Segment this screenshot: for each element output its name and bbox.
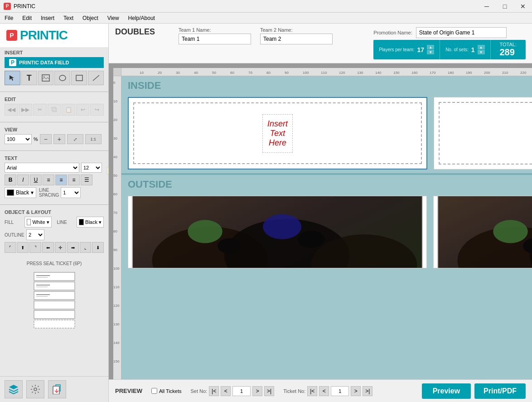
set-next-btn[interactable]: > <box>252 386 262 396</box>
ticket-no-label: Ticket No: <box>283 388 305 394</box>
text-tool[interactable]: T <box>21 71 37 85</box>
fill-color-select[interactable]: White ▾ <box>24 217 52 228</box>
promo-input[interactable] <box>416 27 507 38</box>
set-prev-btn[interactable]: < <box>221 386 231 396</box>
align-ml-btn[interactable]: ⬅ <box>42 242 54 253</box>
team2-label: Team 2 Name: <box>260 27 333 33</box>
design-canvas[interactable]: INSIDE Insert Text Here <box>121 76 532 379</box>
sets-down-btn[interactable]: ▼ <box>478 50 485 54</box>
print-button[interactable]: Print/PDF <box>474 383 526 399</box>
inside-left-text[interactable]: Insert Text Here <box>262 114 293 153</box>
top-header: DOUBLES Team 1 Name: Team 2 Name: Promot… <box>109 24 532 63</box>
align-tc-btn[interactable]: ⬆ <box>17 242 29 253</box>
menu-text[interactable]: Text <box>59 13 78 23</box>
ticket-prev-btn[interactable]: < <box>319 386 329 396</box>
menu-object[interactable]: Object <box>78 13 103 23</box>
rect-tool[interactable] <box>71 71 87 85</box>
align-mc-btn[interactable]: ✛ <box>55 242 67 253</box>
redo-next-btn[interactable]: ▶▶ <box>19 104 33 116</box>
preview-button[interactable]: Preview <box>422 383 471 399</box>
redo-btn[interactable]: ↪ <box>90 104 104 116</box>
ruler-tick-20: 20 <box>158 71 176 75</box>
actual-size-btn[interactable]: 1:1 <box>85 134 102 144</box>
export-btn[interactable] <box>48 380 66 398</box>
undo-prev-btn[interactable]: ◀◀ <box>5 104 18 116</box>
close-button[interactable]: ✕ <box>514 0 532 13</box>
menu-view[interactable]: View <box>103 13 124 23</box>
line-color-select[interactable]: Black ▾ <box>77 217 104 228</box>
cursor-tool[interactable] <box>5 71 20 85</box>
outline-label: OUTLINE <box>5 232 23 237</box>
minimize-button[interactable]: ─ <box>478 0 496 13</box>
ruler-tick-180: 180 <box>448 71 466 75</box>
align-right-btn[interactable]: ≡ <box>68 174 80 185</box>
size-select[interactable]: 128101416 <box>81 163 102 173</box>
paste-btn[interactable]: 📋 <box>62 104 75 116</box>
underline-btn[interactable]: U <box>30 174 42 185</box>
text-color-arrow: ▾ <box>31 189 34 196</box>
ticket-last-btn[interactable]: >| <box>363 386 372 396</box>
outside-ticket-right[interactable] <box>433 196 532 268</box>
line-spacing-select[interactable]: 11.52 <box>61 187 81 198</box>
image-tool[interactable] <box>38 71 54 85</box>
align-bl-btn[interactable]: ⌞ <box>80 242 92 253</box>
rv-20: 20 <box>113 118 121 122</box>
text-color-select[interactable]: Black ▾ <box>5 187 36 198</box>
align-center-btn[interactable]: ≡ <box>55 174 67 185</box>
team2-input[interactable] <box>260 34 333 44</box>
font-select[interactable]: ArialTimes New RomanHelvetica <box>5 163 79 173</box>
zoom-out-btn[interactable]: − <box>40 134 52 144</box>
ticket-next-btn[interactable]: > <box>351 386 361 396</box>
players-down-btn[interactable]: ▼ <box>427 50 434 54</box>
preview-label: PREVIEW <box>115 387 142 394</box>
inside-ticket-right[interactable]: Insert Text Here ▲ ▼ <box>434 97 532 170</box>
menu-insert[interactable]: Insert <box>36 13 59 23</box>
list-btn[interactable]: ☰ <box>81 174 92 185</box>
all-tickets-checkbox[interactable] <box>151 388 157 394</box>
svg-rect-9 <box>34 310 75 319</box>
set-first-btn[interactable]: |< <box>209 386 219 396</box>
maximize-button[interactable]: □ <box>496 0 514 13</box>
zoom-select[interactable]: 1007550150 <box>5 134 32 144</box>
outside-right-border <box>437 196 532 268</box>
sets-value: 1 <box>471 46 475 53</box>
align-tr-btn[interactable]: ⌝ <box>29 242 41 253</box>
svg-point-32 <box>493 220 528 243</box>
cut-btn[interactable]: ✂ <box>33 104 47 116</box>
ticket-value-input[interactable] <box>331 386 349 396</box>
rv-120: 120 <box>113 304 121 308</box>
outside-ticket-left[interactable] <box>128 196 427 268</box>
data-field-button[interactable]: P PRINTIC DATA FIELD <box>5 57 104 68</box>
rv-60: 60 <box>113 192 121 196</box>
menu-help[interactable]: Help/About <box>124 13 160 23</box>
settings-btn[interactable] <box>26 380 44 398</box>
inside-ticket-left[interactable]: Insert Text Here <box>128 97 427 170</box>
sets-up-btn[interactable]: ▲ <box>478 45 485 49</box>
set-last-btn[interactable]: >| <box>264 386 274 396</box>
align-mr-btn[interactable]: ➡ <box>67 242 79 253</box>
right-area: DOUBLES Team 1 Name: Team 2 Name: Promot… <box>109 24 532 402</box>
players-up-btn[interactable]: ▲ <box>427 45 434 49</box>
fit-btn[interactable]: ⤢ <box>67 134 83 144</box>
obj-layout-label: OBJECT & LAYOUT <box>5 209 104 215</box>
italic-btn[interactable]: I <box>17 174 29 185</box>
zoom-in-btn[interactable]: + <box>53 134 65 144</box>
ruler-tick-150: 150 <box>393 71 411 75</box>
copy-btn[interactable]: ⿻ <box>48 104 61 116</box>
layers-btn[interactable] <box>5 380 23 398</box>
undo-btn[interactable]: ↩ <box>76 104 90 116</box>
menu-file[interactable]: File <box>0 13 18 23</box>
outline-select[interactable]: 2134 <box>26 229 44 240</box>
set-value-input[interactable] <box>232 386 251 396</box>
rv-30: 30 <box>113 136 121 140</box>
ticket-first-btn[interactable]: |< <box>307 386 317 396</box>
align-left-btn[interactable]: ≡ <box>43 174 54 185</box>
menu-edit[interactable]: Edit <box>18 13 36 23</box>
team1-input[interactable] <box>179 34 251 44</box>
align-tl-btn[interactable]: ⌜ <box>5 242 16 253</box>
ellipse-tool[interactable] <box>54 71 70 85</box>
align-bc-btn[interactable]: ⬇ <box>92 242 104 253</box>
bold-btn[interactable]: B <box>5 174 16 185</box>
line-tool[interactable] <box>88 71 104 85</box>
canvas-area[interactable]: 10 20 30 40 50 60 70 80 90 100 110 120 <box>109 63 532 379</box>
